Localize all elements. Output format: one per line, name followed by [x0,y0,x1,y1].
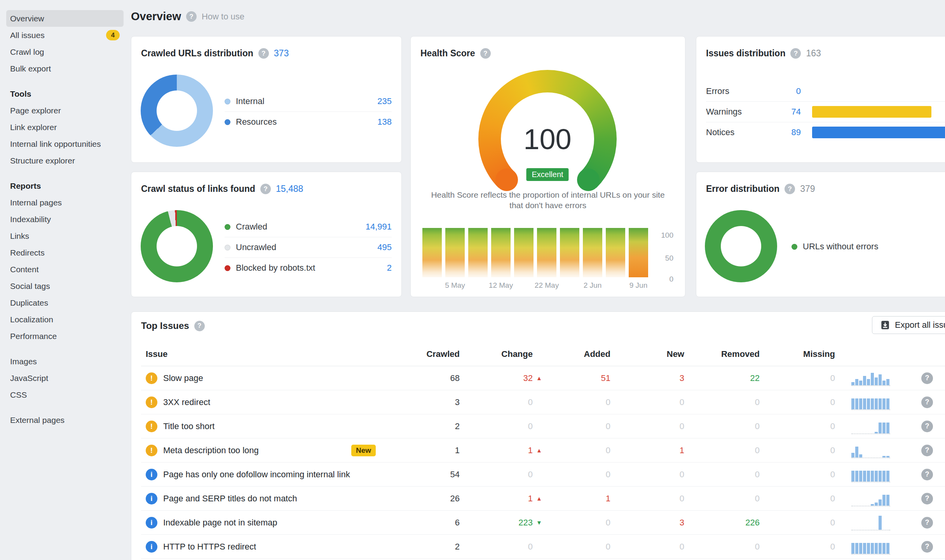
sidebar-item-label: Localization [10,315,53,324]
issue-link[interactable]: Slow page [163,373,203,383]
help-icon[interactable]: ? [260,184,271,194]
sidebar-item-external-pages[interactable]: External pages [6,412,124,428]
added-value: 0 [546,397,610,407]
col-change-label: Change [501,349,533,359]
issue-cell: iPage has only one dofollow incoming int… [141,469,386,480]
legend-value-link[interactable]: 495 [377,242,392,252]
issue-link[interactable]: Page and SERP titles do not match [163,494,297,504]
sidebar-item-structure-explorer[interactable]: Structure explorer [6,152,124,169]
internal-dot [225,99,230,104]
issue-link[interactable]: HTTP to HTTPS redirect [163,542,256,552]
spark-bar [855,379,858,385]
issue-link[interactable]: Indexable page not in sitemap [163,518,277,528]
legend-value-link[interactable]: 2 [387,263,392,273]
info-icon: i [146,517,157,529]
spark-bar [855,543,858,554]
legend-label: URLs without errors [803,242,878,252]
distribution-row-notices: Notices89 [706,122,945,143]
sidebar-item-link-explorer[interactable]: Link explorer [6,119,124,136]
issue-help-icon[interactable]: ? [921,541,933,553]
issue-help-icon[interactable]: ? [921,372,933,384]
sidebar-item-internal-link-opportunities[interactable]: Internal link opportunities [6,136,124,152]
issue-help-icon[interactable]: ? [921,421,933,432]
missing-value: 0 [760,470,835,480]
sidebar-item-bulk-export[interactable]: Bulk export [6,60,124,77]
spark-bar [886,471,889,482]
sidebar-item-images[interactable]: Images [6,353,124,370]
issues-total: 163 [806,48,821,59]
spark-bar [886,423,889,433]
crawl-status-total-link[interactable]: 15,488 [276,184,303,194]
sidebar-item-social-tags[interactable]: Social tags [6,278,124,294]
spark-bar [871,504,874,506]
issue-link[interactable]: 3XX redirect [163,397,210,407]
distribution-count-link[interactable]: 89 [706,122,801,143]
legend-value-link[interactable]: 14,991 [366,222,392,232]
sidebar-item-css[interactable]: CSS [6,386,124,403]
issue-link[interactable]: Page has only one dofollow incoming inte… [163,470,350,480]
sidebar-item-content[interactable]: Content [6,261,124,278]
legend-value-link[interactable]: 235 [377,96,392,106]
legend-row: Uncrawled495 [225,237,392,257]
issue-link[interactable]: Title too short [163,421,214,431]
distribution-count-link[interactable]: 0 [706,81,801,101]
distribution-count-link[interactable]: 74 [706,102,801,122]
sidebar-item-page-explorer[interactable]: Page explorer [6,102,124,119]
sidebar-item-links[interactable]: Links [6,228,124,244]
sidebar-item-javascript[interactable]: JavaScript [6,370,124,386]
how-to-use-link[interactable]: How to use [202,12,244,22]
issue-link[interactable]: Meta description too long [163,445,259,456]
spark-bar [863,471,866,482]
added-value: 0 [546,421,610,431]
issue-help-icon[interactable]: ? [921,397,933,408]
sidebar-item-localization[interactable]: Localization [6,311,124,328]
issue-sparkline [851,467,890,482]
sidebar-item-duplicates[interactable]: Duplicates [6,294,124,311]
health-history-bar [537,228,556,277]
trend-up-icon: ▲ [533,495,546,502]
page-help-icon[interactable]: ? [186,11,197,22]
error-distribution-donut [705,210,777,282]
sidebar-item-crawl-log[interactable]: Crawl log [6,43,124,60]
help-icon[interactable]: ? [480,48,491,59]
spark-bar [859,454,862,457]
issue-help-icon[interactable]: ? [921,469,933,480]
removed-value: 0 [684,542,760,552]
sidebar-item-overview[interactable]: Overview [6,10,124,27]
new-value: 0 [610,470,684,480]
health-history-bar [445,228,465,277]
issue-help-icon[interactable]: ? [921,493,933,504]
help-icon[interactable]: ? [194,321,205,331]
added-value: 0 [546,470,610,480]
sidebar-item-indexability[interactable]: Indexability [6,211,124,228]
issue-help-icon[interactable]: ? [921,445,933,456]
sparkline-cell [835,487,893,510]
sidebar-item-performance[interactable]: Performance [6,328,124,344]
spark-bar [879,499,882,506]
spark-bar [855,447,858,457]
sidebar-item-label: Internal link opportunities [10,139,101,149]
added-value: 0 [546,518,610,528]
added-value: 0 [546,542,610,552]
sidebar-item-all-issues[interactable]: All issues4 [6,27,124,43]
sidebar-item-internal-pages[interactable]: Internal pages [6,194,124,211]
legend-row: URLs without errors373 [792,237,945,257]
sidebar-item-redirects[interactable]: Redirects [6,244,124,261]
sidebar-item-label: All issues [10,31,45,40]
export-all-issues-button[interactable]: Export all issues [872,316,945,334]
legend-value-link[interactable]: 138 [377,117,392,127]
health-chart-x-labels: 5 May 12 May 22 May 2 Jun 9 Jun [422,281,648,290]
change-value: 1▲ [460,494,546,504]
help-icon[interactable]: ? [790,48,801,59]
spark-bar [851,382,854,385]
help-icon[interactable]: ? [258,48,269,59]
sidebar-item-label: Crawl log [10,47,44,57]
spark-bar [859,543,862,554]
help-icon[interactable]: ? [785,184,795,194]
issue-help-icon[interactable]: ? [921,517,933,529]
crawled-urls-total-link[interactable]: 373 [274,48,289,59]
trend-up-icon: ▲ [533,447,546,454]
help-cell: ? [893,397,945,408]
sidebar-item-label: Bulk export [10,64,51,73]
issue-row: !Meta description too longNew11▲0100? [141,438,945,463]
